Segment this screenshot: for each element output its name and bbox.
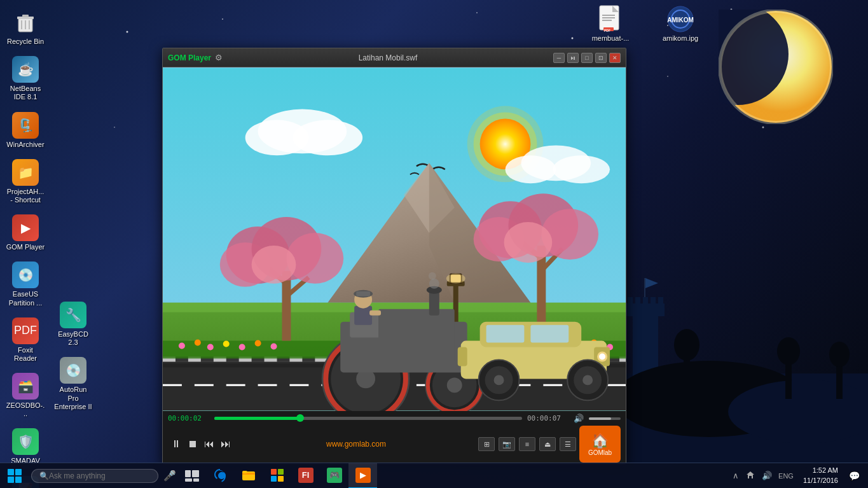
gom-controls: 00:00:02 00:00:07 🔊 ⏸ ⏹ ⏮ ⏭ www.gomlab xyxy=(163,411,626,464)
edge-icon xyxy=(212,468,228,483)
gom-video-area[interactable] xyxy=(163,67,626,411)
moon xyxy=(719,10,833,124)
svg-rect-20 xyxy=(635,297,640,307)
gom-menu-btn[interactable]: ☰ xyxy=(560,437,576,451)
desktop-icon-zeosdbo[interactable]: 🗃️ ZEOSDBO-... xyxy=(3,370,48,421)
desktop-icon-label: Recycle Bin xyxy=(7,38,44,46)
svg-point-8 xyxy=(114,127,115,128)
gom-current-time: 00:00:02 xyxy=(168,414,209,422)
gom-player-window: GOM Player ⚙ Latihan Mobil.swf ─ ⏯ □ ⊡ ✕ xyxy=(162,48,626,464)
tray-network-icon[interactable] xyxy=(743,470,757,481)
desktop-icon-label: ProjectAH... - Shortcut xyxy=(6,188,45,204)
start-button[interactable] xyxy=(0,463,29,489)
minimize-button[interactable]: ─ xyxy=(553,53,565,63)
desktop-icon-projectah[interactable]: 📁 ProjectAH... - Shortcut xyxy=(3,157,48,207)
svg-rect-144 xyxy=(378,309,455,363)
store-icon xyxy=(270,468,285,483)
gom-ratio-btn[interactable]: ⊞ xyxy=(478,437,495,451)
task-view-button[interactable] xyxy=(181,463,203,489)
svg-rect-159 xyxy=(458,347,467,366)
window-controls: ─ ⏯ □ ⊡ ✕ xyxy=(553,53,621,63)
gom-prev-button[interactable]: ⏮ xyxy=(201,437,217,451)
desktop-icon-label: EaseUS Partition ... xyxy=(6,290,45,307)
svg-point-66 xyxy=(553,155,610,183)
gom-volume-bar[interactable] xyxy=(589,417,621,420)
taskbar-app-edge[interactable] xyxy=(205,463,234,489)
desktop-icon-label: WinArchiver xyxy=(6,141,44,149)
gom-settings-icon[interactable]: ⚙ xyxy=(215,53,223,62)
gom-progress-bar[interactable] xyxy=(214,417,522,420)
taskbar-app-gom[interactable]: ▶ xyxy=(348,463,377,489)
video-scene xyxy=(163,67,626,411)
play-control-btn[interactable]: ⏯ xyxy=(567,53,579,63)
desktop-icon-easeus[interactable]: 💿 EaseUS Partition ... xyxy=(3,259,48,309)
desktop-icon-smadav[interactable]: 🛡️ SMADAV xyxy=(3,426,48,468)
desktop-icon-foxit[interactable]: PDF Foxit Reader xyxy=(3,315,48,365)
gom-capture-btn[interactable]: 📷 xyxy=(499,437,515,451)
gom-home-icon: 🏠 xyxy=(591,433,609,449)
gom-progress-row: 00:00:02 00:00:07 🔊 xyxy=(168,414,621,423)
svg-point-148 xyxy=(429,272,436,280)
tray-notification-icon[interactable]: 💬 xyxy=(846,471,863,481)
svg-rect-19 xyxy=(628,297,633,307)
svg-text:PDF: PDF xyxy=(604,29,610,32)
gom-taskbar-icon: ▶ xyxy=(355,468,371,483)
svg-rect-21 xyxy=(643,297,648,307)
taskbar-app-flash[interactable]: Fl xyxy=(291,463,320,489)
desktop-icon-label: ZEOSDBO-... xyxy=(6,401,45,418)
windows-logo xyxy=(8,469,22,483)
taskbar: 🔍 🎤 xyxy=(0,463,868,488)
search-icon: 🔍 xyxy=(39,471,49,480)
desktop-icon-easybcd[interactable]: 🔧 EasyBCD 2.3 xyxy=(51,299,95,349)
tray-arrow-icon[interactable]: ∧ xyxy=(731,471,741,480)
svg-rect-168 xyxy=(185,470,191,477)
svg-point-165 xyxy=(582,375,593,385)
gom-home-label: GOMlab xyxy=(588,449,612,456)
desktop-icon-recycle-bin[interactable]: Recycle Bin xyxy=(3,6,48,48)
desktop-icons-col2: 🔧 EasyBCD 2.3 💿 AutoRun Pro Enterprise I… xyxy=(51,6,95,414)
svg-point-104 xyxy=(271,344,277,350)
maximize-button[interactable]: ⊡ xyxy=(595,53,607,63)
desktop-icon-amikom[interactable]: AMIKOM amikom.ipg xyxy=(658,3,703,45)
gom-website: www.gomlab.com xyxy=(234,440,478,449)
desktop-icon-membuat[interactable]: PDF membuat-... xyxy=(588,3,633,45)
tray-clock[interactable]: 1:52 AM 11/17/2016 xyxy=(798,466,843,485)
taskbar-app-game[interactable]: 🎮 xyxy=(320,463,348,489)
desktop-icon-winarchiver[interactable]: 🗜️ WinArchiver xyxy=(3,109,48,151)
desktop-icon-gomplayer[interactable]: ▶ GOM Player xyxy=(3,212,48,254)
taskbar-app-store[interactable] xyxy=(263,463,291,489)
desktop-icon-autorun2[interactable]: 💿 AutoRun Pro Enterprise II xyxy=(51,354,95,414)
svg-point-10 xyxy=(762,127,764,129)
cortana-button[interactable]: 🎤 xyxy=(158,463,181,489)
svg-point-119 xyxy=(252,246,296,284)
svg-point-167 xyxy=(599,354,605,360)
svg-rect-51 xyxy=(602,20,612,21)
svg-rect-176 xyxy=(271,476,277,482)
gom-buttons-row: ⏸ ⏹ ⏮ ⏭ www.gomlab.com ⊞ 📷 ≡ ⏏ ☰ 🏠 GOMla… xyxy=(168,426,621,463)
gom-eject-btn[interactable]: ⏏ xyxy=(539,437,556,451)
desktop-icon-netbeans[interactable]: ☕ NetBeans IDE 8.1 xyxy=(3,53,48,104)
tray-volume-icon[interactable]: 🔊 xyxy=(760,471,774,480)
search-input[interactable] xyxy=(49,471,138,480)
tray-language-icon[interactable]: ENG xyxy=(776,472,796,480)
gom-playlist-btn[interactable]: ≡ xyxy=(519,437,535,451)
desktop-icon-label: Foxit Reader xyxy=(6,346,45,363)
gom-progress-knob[interactable] xyxy=(296,414,304,422)
restore-button[interactable]: □ xyxy=(581,53,593,63)
explorer-icon xyxy=(241,468,256,483)
close-button[interactable]: ✕ xyxy=(609,53,621,63)
gom-stop-button[interactable]: ⏹ xyxy=(184,437,201,451)
taskbar-search[interactable]: 🔍 xyxy=(31,469,158,483)
svg-rect-22 xyxy=(651,297,656,307)
gom-total-time: 00:00:07 xyxy=(527,414,568,422)
gom-home-button[interactable]: 🏠 GOMlab xyxy=(579,426,621,463)
svg-rect-149 xyxy=(354,306,372,325)
desktop-icon-label: NetBeans IDE 8.1 xyxy=(6,85,45,101)
svg-rect-157 xyxy=(530,325,568,343)
volume-icon: 🔊 xyxy=(574,414,584,423)
taskbar-app-explorer[interactable] xyxy=(234,463,263,489)
svg-rect-170 xyxy=(185,478,192,482)
gom-next-button[interactable]: ⏭ xyxy=(217,437,234,451)
gom-progress-fill xyxy=(214,417,301,420)
gom-pause-button[interactable]: ⏸ xyxy=(168,437,184,451)
